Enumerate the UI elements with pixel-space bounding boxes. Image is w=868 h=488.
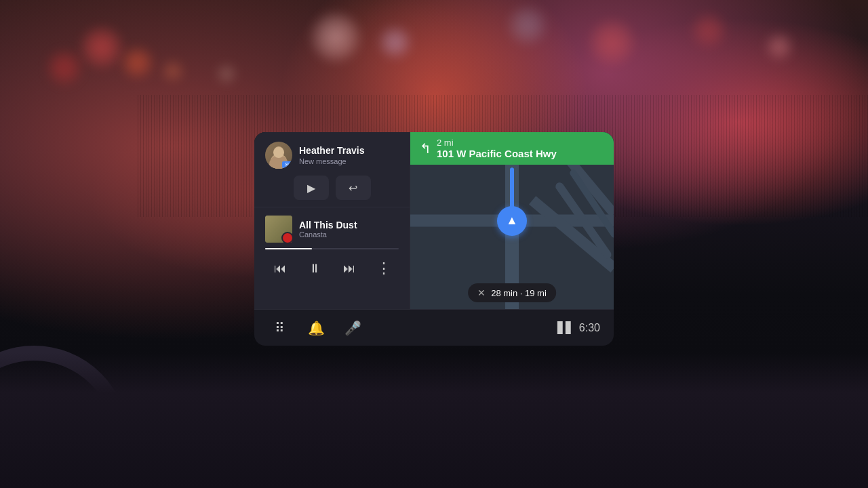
microphone-button[interactable]: 🎤 xyxy=(341,317,364,340)
next-icon: ⏭ xyxy=(343,262,355,276)
bokeh-9 xyxy=(692,14,726,47)
apps-icon: ⠿ xyxy=(275,320,285,336)
avatar-badge: ✉ xyxy=(282,161,292,168)
nav-header: ↰ 2 mi 101 W Pacific Coast Hwy xyxy=(410,132,614,165)
message-subtitle: New message xyxy=(299,157,399,165)
notifications-button[interactable]: 🔔 xyxy=(304,317,328,340)
message-actions: ▶ ↩ xyxy=(265,176,399,200)
pause-button[interactable]: ⏸ xyxy=(302,256,327,281)
more-icon: ⋮ xyxy=(376,260,391,277)
bokeh-6 xyxy=(380,27,410,58)
prev-icon: ⏮ xyxy=(274,262,286,276)
next-button[interactable]: ⏭ xyxy=(337,256,361,281)
apps-button[interactable]: ⠿ xyxy=(268,317,291,340)
avatar: ✉ xyxy=(265,142,292,169)
eta-separator: · xyxy=(520,288,525,298)
nav-street: 101 W Pacific Coast Hwy xyxy=(437,148,557,159)
message-info: Heather Travis New message xyxy=(299,145,399,165)
bokeh-5 xyxy=(312,14,359,61)
reply-button[interactable]: ↩ xyxy=(336,176,371,200)
bokeh-8 xyxy=(590,20,634,64)
mic-icon: 🎤 xyxy=(344,320,361,336)
progress-bar xyxy=(265,248,399,249)
close-icon[interactable]: ✕ xyxy=(477,287,486,298)
message-header: ✉ Heather Travis New message xyxy=(265,142,399,169)
music-header: All This Dust Canasta xyxy=(265,216,399,243)
car-arrow-icon: ▲ xyxy=(506,214,518,228)
artist-name: Canasta xyxy=(299,230,357,239)
bell-icon: 🔔 xyxy=(308,320,325,336)
bottom-icons: ⠿ 🔔 🎤 xyxy=(268,317,364,340)
bokeh-11 xyxy=(217,64,236,83)
music-card: All This Dust Canasta ⏮ ⏸ ⏭ xyxy=(254,207,410,309)
eta-badge: ✕ 28 min · 19 mi xyxy=(468,283,556,302)
map-panel: ↰ 2 mi 101 W Pacific Coast Hwy ▲ ✕ 28 mi… xyxy=(410,132,614,309)
car-indicator: ▲ xyxy=(497,206,527,236)
bokeh-1 xyxy=(81,27,122,68)
message-card: ✉ Heather Travis New message ▶ ↩ xyxy=(254,132,410,207)
play-button[interactable]: ▶ xyxy=(294,176,329,200)
bokeh-4 xyxy=(163,61,183,81)
track-name: All This Dust xyxy=(299,220,357,230)
play-icon: ▶ xyxy=(307,182,315,195)
music-info: All This Dust Canasta xyxy=(299,220,357,239)
dashboard xyxy=(0,352,868,488)
eta-text: 28 min · 19 mi xyxy=(491,288,547,298)
signal-icon: ▋▋ xyxy=(557,321,574,334)
time-display: 6:30 xyxy=(579,322,600,334)
eta-minutes: 28 min xyxy=(491,288,517,298)
content-row: ✉ Heather Travis New message ▶ ↩ xyxy=(254,132,614,309)
status-area: ▋▋ 6:30 xyxy=(557,321,600,334)
bokeh-2 xyxy=(122,47,153,78)
pause-icon: ⏸ xyxy=(309,262,321,276)
progress-fill xyxy=(265,248,312,249)
music-controls: ⏮ ⏸ ⏭ ⋮ xyxy=(265,256,399,281)
prev-button[interactable]: ⏮ xyxy=(268,256,292,281)
contact-name: Heather Travis xyxy=(299,145,399,157)
android-auto-display: ✉ Heather Travis New message ▶ ↩ xyxy=(254,132,614,346)
turn-arrow-icon: ↰ xyxy=(420,140,431,157)
left-panel: ✉ Heather Travis New message ▶ ↩ xyxy=(254,132,410,309)
nav-info: 2 mi 101 W Pacific Coast Hwy xyxy=(437,138,557,159)
more-button[interactable]: ⋮ xyxy=(372,256,396,281)
bokeh-7 xyxy=(509,7,546,44)
album-art xyxy=(265,216,292,243)
eta-miles: 19 mi xyxy=(525,288,547,298)
bokeh-3 xyxy=(47,51,81,85)
reply-icon: ↩ xyxy=(349,182,357,195)
bottom-bar: ⠿ 🔔 🎤 ▋▋ 6:30 xyxy=(254,309,614,346)
nav-distance: 2 mi xyxy=(437,138,557,148)
bokeh-10 xyxy=(766,34,792,60)
